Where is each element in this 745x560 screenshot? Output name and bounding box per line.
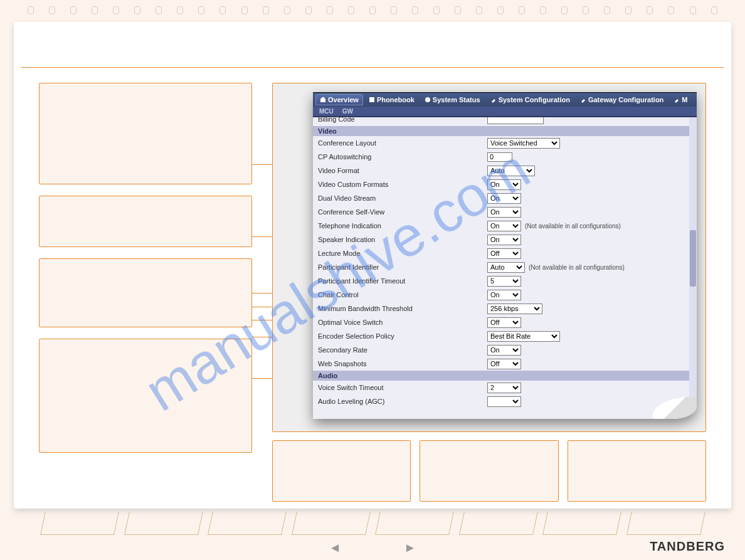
voice-switch-timeout-select[interactable]: 2 [487, 383, 521, 393]
setting-row-conference-self-view: Conference Self-ViewOn [313, 205, 689, 219]
setting-row-participant-identifier: Participant IdentifierAuto(Not available… [313, 260, 689, 274]
setting-label: Participant Identifier Timeout [318, 277, 487, 285]
setting-label: Lecture Mode [318, 250, 487, 257]
setting-label: Billing Code [318, 117, 487, 123]
tab-label: System Status [433, 96, 480, 103]
setting-row-billing-code: Billing Code [313, 117, 689, 126]
setting-label: Conference Layout [318, 139, 487, 147]
chair-control-select[interactable]: On [487, 290, 521, 300]
subtab-gw[interactable]: GW [342, 108, 353, 115]
callout-box-6 [420, 440, 558, 502]
tab-system-configuration[interactable]: System Configuration [486, 94, 574, 105]
setting-note: (Not available in all configurations) [529, 264, 625, 271]
subtab-mcu[interactable]: MCU [319, 108, 334, 115]
setting-row-encoder-selection-policy: Encoder Selection PolicyBest Bit Rate [313, 329, 689, 343]
section-header-video: Video [313, 126, 689, 136]
connector-line [252, 378, 272, 379]
tab-phonebook[interactable]: Phonebook [364, 94, 419, 105]
brand-logo: TANDBERG [650, 539, 725, 554]
setting-row-dual-video-stream: Dual Video StreamOn [313, 191, 689, 205]
svg-rect-2 [369, 97, 374, 102]
next-page-button[interactable]: ► [404, 541, 416, 555]
scrollbar-thumb[interactable] [690, 230, 696, 287]
participant-identifier-timeout-select[interactable]: 5 [487, 276, 521, 287]
embedded-screenshot: Overview Phonebook System Status [313, 92, 697, 419]
callout-box-5 [272, 440, 411, 502]
header-rule [21, 67, 724, 68]
secondary-rate-select[interactable]: On [487, 345, 521, 356]
video-custom-formats-select[interactable]: On [487, 179, 521, 190]
setting-label: Dual Video Stream [318, 194, 487, 202]
bottom-callout-row [272, 440, 706, 502]
setting-label: Conference Self-View [318, 208, 487, 216]
screenshot-tab-bar: Overview Phonebook System Status [313, 92, 697, 107]
briefcase-icon [320, 97, 326, 103]
setting-label: Optimal Voice Switch [318, 319, 487, 326]
dual-video-stream-select[interactable]: On [487, 193, 521, 204]
callout-box-2 [39, 196, 252, 247]
wrench-icon [580, 97, 586, 103]
setting-label: Audio Leveling (AGC) [318, 398, 487, 405]
setting-label: Participant Identifier [318, 263, 487, 271]
cp-autoswitching-input[interactable] [487, 152, 512, 162]
encoder-selection-policy-select[interactable]: Best Bit Rate [487, 331, 560, 342]
tab-label: M [682, 96, 687, 103]
conference-self-view-select[interactable]: On [487, 207, 521, 218]
setting-row-cp-autoswitching: CP Autoswitching [313, 150, 689, 164]
footer-tab-strip [38, 512, 707, 538]
setting-row-participant-identifier-timeout: Participant Identifier Timeout5 [313, 274, 689, 288]
tab-more[interactable]: M [669, 94, 692, 105]
setting-row-audio-leveling: Audio Leveling (AGC) [313, 394, 689, 408]
scrollbar[interactable] [689, 117, 697, 419]
wrench-icon [674, 97, 680, 103]
setting-row-speaker-indication: Speaker IndicationOn [313, 233, 689, 246]
setting-label: Speaker Indication [318, 236, 487, 243]
setting-label: Encoder Selection Policy [318, 332, 487, 340]
min-bandwidth-threshold-select[interactable]: 256 kbps [487, 304, 542, 314]
setting-row-video-format: Video FormatAuto [313, 164, 689, 177]
callout-box-1 [39, 83, 252, 184]
setting-row-voice-switch-timeout: Voice Switch Timeout2 [313, 381, 689, 394]
setting-row-chair-control: Chair ControlOn [313, 288, 689, 302]
tab-label: System Configuration [499, 96, 570, 103]
callout-box-4 [39, 339, 252, 453]
screenshot-subtab-bar: MCU GW [313, 107, 697, 117]
page-card: Overview Phonebook System Status [14, 22, 731, 509]
setting-row-telephone-indication: Telephone IndicationOn(Not available in … [313, 219, 689, 233]
setting-row-lecture-mode: Lecture ModeOff [313, 246, 689, 260]
page-nav: ◄ ► [329, 541, 416, 555]
setting-note: (Not available in all configurations) [525, 223, 621, 230]
conference-layout-select[interactable]: Voice Switched [487, 138, 560, 149]
optimal-voice-switch-select[interactable]: Off [487, 317, 521, 328]
setting-label: Minimum Bandwidth Threshold [318, 305, 487, 312]
video-format-select[interactable]: Auto [487, 166, 535, 176]
svg-rect-1 [322, 97, 324, 98]
prev-page-button[interactable]: ◄ [329, 541, 341, 555]
audio-leveling-select[interactable] [487, 396, 521, 407]
tab-gateway-configuration[interactable]: Gateway Configuration [576, 94, 668, 105]
setting-row-conference-layout: Conference LayoutVoice Switched [313, 136, 689, 150]
book-icon [369, 97, 375, 103]
section-header-audio: Audio [313, 371, 689, 381]
billing-code-input[interactable] [487, 117, 544, 124]
setting-label: CP Autoswitching [318, 153, 487, 161]
callout-box-3 [39, 258, 252, 327]
setting-row-optimal-voice-switch: Optimal Voice SwitchOff [313, 315, 689, 329]
callout-box-7 [568, 440, 706, 502]
lecture-mode-select[interactable]: Off [487, 248, 521, 259]
speaker-indication-select[interactable]: On [487, 235, 521, 245]
svg-point-3 [425, 97, 430, 102]
setting-label: Voice Switch Timeout [318, 384, 487, 391]
setting-row-min-bandwidth-threshold: Minimum Bandwidth Threshold256 kbps [313, 302, 689, 315]
tab-system-status[interactable]: System Status [420, 94, 485, 105]
screenshot-container: Overview Phonebook System Status [272, 83, 706, 432]
setting-label: Web Snapshots [318, 360, 487, 367]
telephone-indication-select[interactable]: On [487, 221, 521, 231]
web-snapshots-select[interactable]: Off [487, 359, 521, 369]
tab-overview[interactable]: Overview [315, 94, 363, 105]
participant-identifier-select[interactable]: Auto [487, 262, 525, 273]
tab-label: Gateway Configuration [588, 96, 663, 103]
screenshot-body: Billing Code Video Conference LayoutVoic… [313, 117, 689, 419]
setting-label: Telephone Indication [318, 222, 487, 230]
left-column [39, 83, 252, 464]
